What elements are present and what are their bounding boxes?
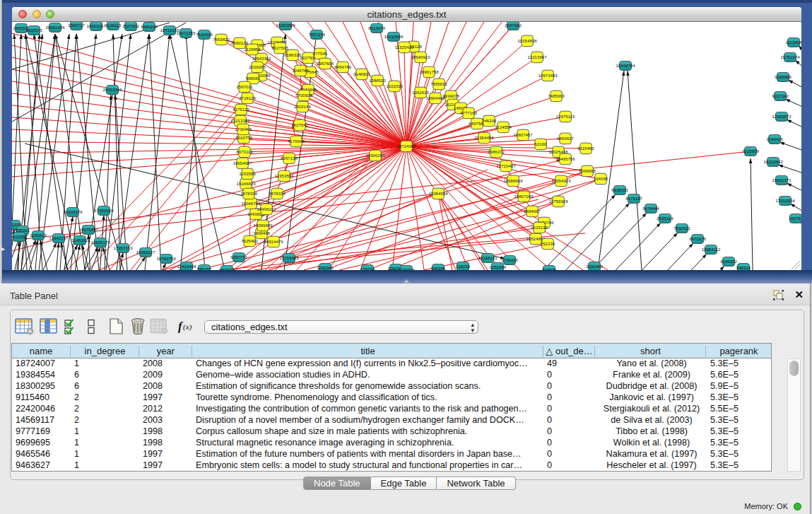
svg-text:17957253: 17957253 <box>113 245 133 250</box>
svg-text:10648784: 10648784 <box>616 63 635 68</box>
svg-text:7485063: 7485063 <box>548 93 565 98</box>
svg-text:20691406: 20691406 <box>45 25 65 30</box>
svg-text:7632621: 7632621 <box>673 226 690 230</box>
svg-text:12423448: 12423448 <box>177 264 196 269</box>
svg-text:20053346: 20053346 <box>102 87 122 92</box>
svg-text:9684067: 9684067 <box>524 209 541 214</box>
svg-text:7857234: 7857234 <box>308 32 325 37</box>
svg-text:15751074: 15751074 <box>780 54 800 59</box>
svg-text:15720407: 15720407 <box>496 163 516 168</box>
svg-text:1983717: 1983717 <box>68 23 85 28</box>
svg-text:867047: 867047 <box>220 267 235 270</box>
svg-text:9457771: 9457771 <box>230 255 247 259</box>
svg-text:1588520: 1588520 <box>369 78 386 83</box>
svg-text:6479197: 6479197 <box>625 196 642 201</box>
svg-text:7625402: 7625402 <box>241 238 258 243</box>
svg-text:16914479: 16914479 <box>264 239 283 244</box>
svg-text:1905573: 1905573 <box>25 28 42 33</box>
svg-text:14099489: 14099489 <box>253 223 273 228</box>
svg-text:164095: 164095 <box>594 176 608 181</box>
svg-text:18495756: 18495756 <box>555 156 575 161</box>
svg-text:7515536: 7515536 <box>196 32 213 37</box>
svg-text:9245052: 9245052 <box>720 259 737 264</box>
svg-text:16046786: 16046786 <box>241 201 261 206</box>
svg-text:1253595: 1253595 <box>239 171 256 176</box>
svg-text:15692371: 15692371 <box>772 177 792 182</box>
svg-text:15136141: 15136141 <box>478 255 498 260</box>
svg-text:17010534: 17010534 <box>775 198 795 203</box>
svg-text:6466160: 6466160 <box>141 24 158 29</box>
svg-text:5700923: 5700923 <box>295 93 312 98</box>
svg-text:12353594: 12353594 <box>274 173 294 178</box>
svg-text:62160: 62160 <box>535 141 548 146</box>
svg-text:1128113: 1128113 <box>105 23 122 28</box>
svg-text:3912657: 3912657 <box>12 234 28 239</box>
svg-text:1292344: 1292344 <box>489 264 506 269</box>
svg-text:19218506: 19218506 <box>384 34 404 39</box>
svg-text:252234: 252234 <box>541 241 555 246</box>
svg-text:10671355: 10671355 <box>176 30 196 35</box>
svg-text:16961758: 16961758 <box>419 69 439 74</box>
svg-text:8471676: 8471676 <box>689 236 706 241</box>
svg-text:1615132: 1615132 <box>531 225 548 230</box>
svg-text:129234: 129234 <box>360 267 375 270</box>
svg-text:4170046: 4170046 <box>288 139 305 144</box>
svg-text:10688609: 10688609 <box>503 178 523 183</box>
svg-text:9777169: 9777169 <box>460 110 477 115</box>
svg-text:18300295: 18300295 <box>365 153 385 158</box>
svg-text:746206: 746206 <box>482 118 497 123</box>
svg-text:1112864: 1112864 <box>786 40 801 45</box>
svg-text:929345: 929345 <box>431 266 446 270</box>
svg-text:1244415: 1244415 <box>766 136 783 141</box>
svg-text:10975857: 10975857 <box>78 227 98 232</box>
svg-text:1878334: 1878334 <box>240 191 257 196</box>
svg-text:19166829: 19166829 <box>236 181 256 186</box>
svg-text:3215958: 3215958 <box>742 148 759 153</box>
svg-text:277546: 277546 <box>313 51 328 56</box>
svg-text:2087682: 2087682 <box>505 23 522 28</box>
svg-text:19654923: 19654923 <box>551 178 571 183</box>
svg-text:16053809: 16053809 <box>276 23 295 28</box>
svg-text:124234: 124234 <box>456 264 471 269</box>
svg-text:8454749: 8454749 <box>334 64 351 69</box>
svg-text:1156819: 1156819 <box>30 233 47 238</box>
svg-text:1145192: 1145192 <box>71 238 88 243</box>
svg-text:8938923: 8938923 <box>611 187 628 192</box>
svg-text:924509: 924509 <box>542 267 557 270</box>
svg-text:1242344: 1242344 <box>398 267 415 270</box>
svg-text:1292346: 1292346 <box>317 265 334 270</box>
svg-text:7663822: 7663822 <box>213 37 230 42</box>
svg-text:10654112: 10654112 <box>702 247 721 252</box>
svg-text:116753: 116753 <box>789 216 801 221</box>
svg-text:7955812: 7955812 <box>430 81 447 86</box>
svg-text:12975115: 12975115 <box>556 114 575 119</box>
svg-text:1129854: 1129854 <box>244 47 261 52</box>
svg-text:946313: 946313 <box>736 265 751 270</box>
svg-text:2220005: 2220005 <box>249 64 266 69</box>
svg-text:4275122: 4275122 <box>233 107 249 112</box>
svg-text:2935114: 2935114 <box>657 216 673 221</box>
svg-text:595157: 595157 <box>197 267 212 270</box>
svg-text:21364456: 21364456 <box>474 135 494 140</box>
svg-text:16210643: 16210643 <box>763 159 783 164</box>
svg-text:9934078: 9934078 <box>442 93 459 98</box>
svg-text:10154838: 10154838 <box>517 38 537 43</box>
svg-text:20206576: 20206576 <box>63 209 83 214</box>
svg-text:1362615: 1362615 <box>412 90 429 95</box>
svg-text:9115460: 9115460 <box>577 146 594 151</box>
svg-text:18640910: 18640910 <box>411 54 430 59</box>
svg-text:1700463: 1700463 <box>235 127 252 132</box>
svg-text:12213382: 12213382 <box>230 118 250 123</box>
svg-text:1322019: 1322019 <box>386 83 403 88</box>
svg-text:10756928: 10756928 <box>548 199 568 204</box>
svg-text:1733426: 1733426 <box>501 257 518 262</box>
svg-text:1092450: 1092450 <box>586 264 603 269</box>
svg-text:10958127: 10958127 <box>136 250 155 255</box>
svg-text:2903144: 2903144 <box>294 104 311 109</box>
svg-text:18724007: 18724007 <box>396 144 416 148</box>
svg-text:19654987: 19654987 <box>233 160 252 165</box>
svg-text:835001: 835001 <box>16 228 30 233</box>
svg-text:17359924: 17359924 <box>94 208 114 213</box>
svg-text:12942737: 12942737 <box>49 235 69 240</box>
svg-text:(x): (x) <box>183 322 192 332</box>
